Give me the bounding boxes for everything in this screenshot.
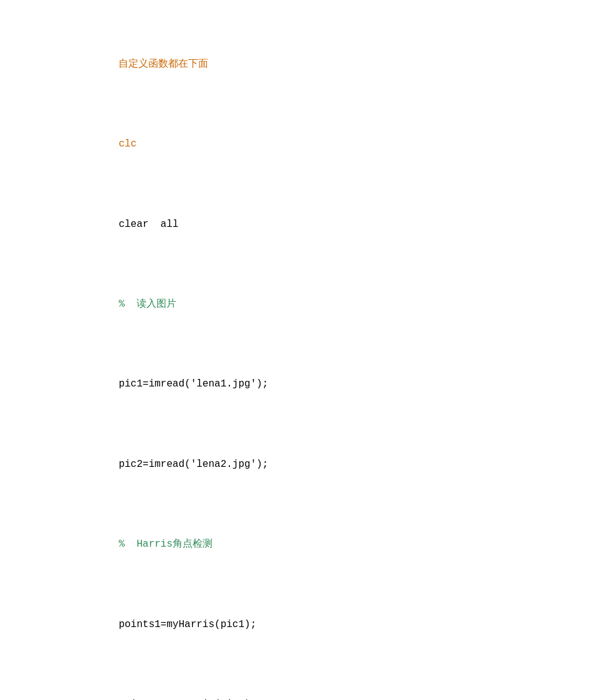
line-pic2-imread: pic2=imread('lena2.jpg'); [95,438,539,491]
code-editor: 自定义函数都在下面 clc clear all % 读入图片 pic1=imre… [0,0,589,700]
line-points2-myharris: points2=myHarris(pic2); [95,678,539,700]
empty-line-3 [95,260,539,269]
text-clc: clc [118,138,136,150]
text-points1-myharris: points1=myHarris(pic1); [118,619,256,630]
line-comment-harris: % Harris角点检测 [95,517,539,571]
line-points1-myharris: points1=myHarris(pic1); [95,598,539,651]
line-pic1-imread: pic1=imread('lena1.jpg'); [95,358,539,411]
text-pic2-imread: pic2=imread('lena2.jpg'); [118,459,268,470]
text-comment-harris: % Harris角点检测 [118,539,212,550]
empty-line-2 [95,180,539,189]
empty-line-7 [95,580,539,589]
line-clear-all: clear all [95,198,539,251]
text-pic1-imread: pic1=imread('lena1.jpg'); [118,378,268,390]
empty-line-8 [95,660,539,669]
text-clear-all: clear all [118,219,178,230]
empty-line-5 [95,420,539,429]
line-clc: clc [95,117,539,171]
line-comment-read-image: % 读入图片 [95,277,539,331]
line-comment-custom-functions: 自定义函数都在下面 [95,37,539,91]
empty-line-6 [95,500,539,509]
text-comment-custom-functions: 自定义函数都在下面 [118,59,208,70]
text-comment-read-image: % 读入图片 [118,299,176,310]
empty-line-4 [95,340,539,349]
empty-line-1 [95,100,539,108]
